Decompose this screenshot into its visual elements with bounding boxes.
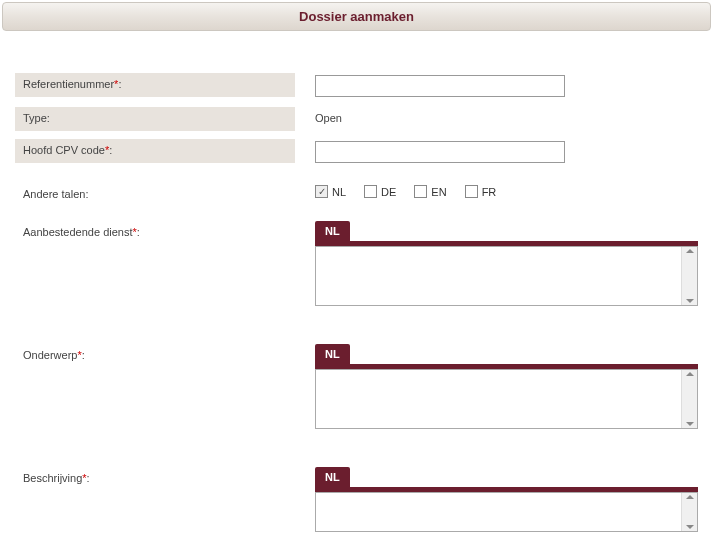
authority-textarea-wrap	[315, 246, 698, 306]
scroll-up-icon[interactable]	[686, 495, 694, 499]
lang-option-de[interactable]: DE	[364, 185, 396, 198]
row-subject: Onderwerp*: NL	[15, 344, 698, 429]
label-authority: Aanbestedende dienst*:	[15, 221, 295, 245]
label-type-text: Type	[23, 112, 47, 124]
tab-subject-nl[interactable]: NL	[315, 344, 350, 364]
checkbox-fr-label: FR	[482, 186, 497, 198]
label-subject: Onderwerp*:	[15, 344, 295, 368]
value-languages: ✓ NL DE EN FR	[295, 183, 698, 200]
label-type: Type:	[15, 107, 295, 131]
scroll-down-icon[interactable]	[686, 422, 694, 426]
authority-scrollbar[interactable]	[681, 247, 697, 305]
description-textarea-wrap	[315, 492, 698, 532]
label-authority-text: Aanbestedende dienst	[23, 226, 132, 238]
value-type: Open	[295, 107, 698, 129]
language-options: ✓ NL DE EN FR	[315, 185, 698, 198]
checkbox-en[interactable]	[414, 185, 427, 198]
page-header: Dossier aanmaken	[2, 2, 711, 31]
required-marker: *	[77, 349, 81, 361]
label-reference-text: Referentienummer	[23, 78, 114, 90]
scroll-down-icon[interactable]	[686, 299, 694, 303]
required-marker: *	[82, 472, 86, 484]
cpv-input[interactable]	[315, 141, 565, 163]
authority-tab-area: NL	[295, 221, 698, 306]
checkbox-nl: ✓	[315, 185, 328, 198]
description-scrollbar[interactable]	[681, 493, 697, 531]
subject-scrollbar[interactable]	[681, 370, 697, 428]
label-cpv: Hoofd CPV code*:	[15, 139, 295, 163]
scroll-down-icon[interactable]	[686, 525, 694, 529]
required-marker: *	[132, 226, 136, 238]
lang-option-nl: ✓ NL	[315, 185, 346, 198]
form-container: Referentienummer*: Type: Open Hoofd CPV …	[0, 33, 713, 550]
page-title: Dossier aanmaken	[299, 9, 414, 24]
label-subject-text: Onderwerp	[23, 349, 77, 361]
label-description: Beschrijving*:	[15, 467, 295, 491]
required-marker: *	[114, 78, 118, 90]
authority-tab-header: NL	[315, 221, 698, 241]
subject-tab-area: NL	[295, 344, 698, 429]
scroll-up-icon[interactable]	[686, 372, 694, 376]
subject-tab-header: NL	[315, 344, 698, 364]
checkbox-en-label: EN	[431, 186, 446, 198]
checkbox-de-label: DE	[381, 186, 396, 198]
checkbox-de[interactable]	[364, 185, 377, 198]
value-reference	[295, 73, 698, 99]
reference-input[interactable]	[315, 75, 565, 97]
row-type: Type: Open	[15, 107, 698, 131]
row-cpv: Hoofd CPV code*:	[15, 139, 698, 165]
tab-description-nl[interactable]: NL	[315, 467, 350, 487]
lang-option-en[interactable]: EN	[414, 185, 446, 198]
authority-textarea[interactable]	[316, 247, 681, 305]
label-languages: Andere talen:	[15, 183, 295, 207]
lang-option-fr[interactable]: FR	[465, 185, 497, 198]
label-languages-text: Andere talen	[23, 188, 85, 200]
value-cpv	[295, 139, 698, 165]
subject-textarea[interactable]	[316, 370, 681, 428]
label-reference: Referentienummer*:	[15, 73, 295, 97]
row-authority: Aanbestedende dienst*: NL	[15, 221, 698, 306]
required-marker: *	[105, 144, 109, 156]
label-cpv-text: Hoofd CPV code	[23, 144, 105, 156]
checkbox-fr[interactable]	[465, 185, 478, 198]
label-description-text: Beschrijving	[23, 472, 82, 484]
row-languages: Andere talen: ✓ NL DE EN FR	[15, 183, 698, 207]
row-reference: Referentienummer*:	[15, 73, 698, 99]
checkbox-nl-label: NL	[332, 186, 346, 198]
row-description: Beschrijving*: NL	[15, 467, 698, 532]
description-tab-area: NL	[295, 467, 698, 532]
scroll-up-icon[interactable]	[686, 249, 694, 253]
tab-authority-nl[interactable]: NL	[315, 221, 350, 241]
subject-textarea-wrap	[315, 369, 698, 429]
description-textarea[interactable]	[316, 493, 681, 531]
description-tab-header: NL	[315, 467, 698, 487]
